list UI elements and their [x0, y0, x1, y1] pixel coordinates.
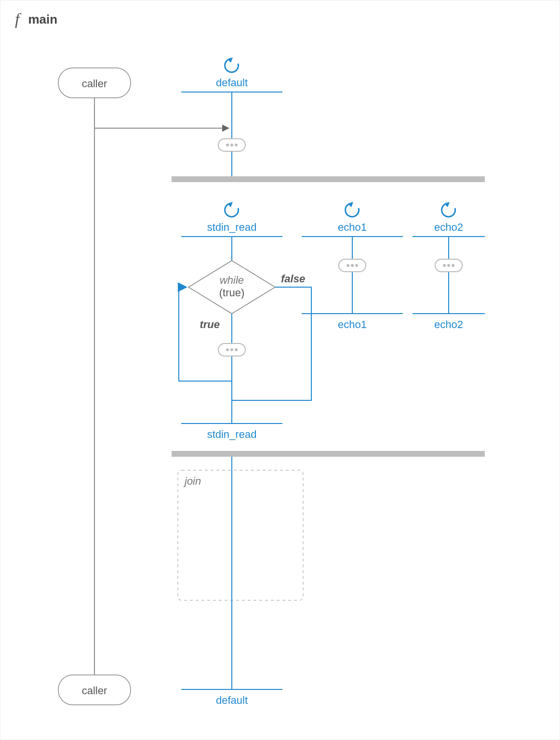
- ellipsis-echo1[interactable]: [339, 259, 366, 272]
- true-label: true: [200, 318, 220, 330]
- false-label: false: [281, 273, 305, 285]
- echo1-bottom-label: echo1: [338, 318, 367, 330]
- while-cond: (true): [219, 287, 245, 299]
- join-label: join: [183, 475, 201, 487]
- echo2-bottom-label: echo2: [434, 318, 463, 330]
- echo1-top-label: echo1: [338, 221, 367, 233]
- svg-point-20: [443, 264, 446, 267]
- join-box: [178, 470, 303, 600]
- svg-point-28: [230, 348, 233, 351]
- while-kind: while: [220, 274, 244, 286]
- svg-point-15: [355, 264, 358, 267]
- stdin-read-strand[interactable]: stdin_read: [181, 202, 282, 261]
- fork-bar-top: [172, 176, 485, 182]
- svg-point-27: [226, 348, 229, 351]
- refresh-icon: [225, 202, 239, 217]
- caller-bottom-node[interactable]: caller: [58, 675, 131, 705]
- refresh-icon: [346, 202, 359, 217]
- while-decision[interactable]: while (true): [188, 261, 275, 314]
- svg-point-7: [235, 144, 238, 146]
- join-bar: [172, 451, 485, 457]
- svg-point-6: [230, 144, 233, 146]
- echo1-strand[interactable]: echo1 echo1: [302, 202, 403, 330]
- diagram-canvas: caller caller default: [0, 0, 560, 740]
- stdin-read-bottom-label: stdin_read: [207, 428, 257, 440]
- svg-point-14: [351, 264, 354, 267]
- refresh-icon: [225, 57, 239, 72]
- echo2-top-label: echo2: [434, 221, 463, 233]
- ellipsis-true[interactable]: [218, 344, 245, 356]
- default-bottom-label: default: [216, 694, 248, 706]
- svg-point-29: [235, 348, 238, 351]
- ellipsis-default[interactable]: [218, 139, 245, 151]
- caller-bottom-label: caller: [82, 685, 107, 697]
- caller-top-label: caller: [82, 78, 107, 90]
- svg-point-22: [452, 264, 454, 267]
- stdin-read-top-label: stdin_read: [207, 221, 257, 233]
- echo2-strand[interactable]: echo2 echo2: [413, 202, 485, 330]
- svg-point-13: [347, 264, 349, 267]
- default-strand-top[interactable]: default: [181, 57, 282, 176]
- default-top-label: default: [216, 77, 248, 89]
- refresh-icon: [442, 202, 455, 217]
- caller-top-node[interactable]: caller: [58, 68, 131, 98]
- ellipsis-echo2[interactable]: [435, 259, 462, 272]
- diagram-frame: f main caller caller: [0, 0, 560, 740]
- svg-point-21: [447, 264, 450, 267]
- svg-point-5: [226, 144, 229, 146]
